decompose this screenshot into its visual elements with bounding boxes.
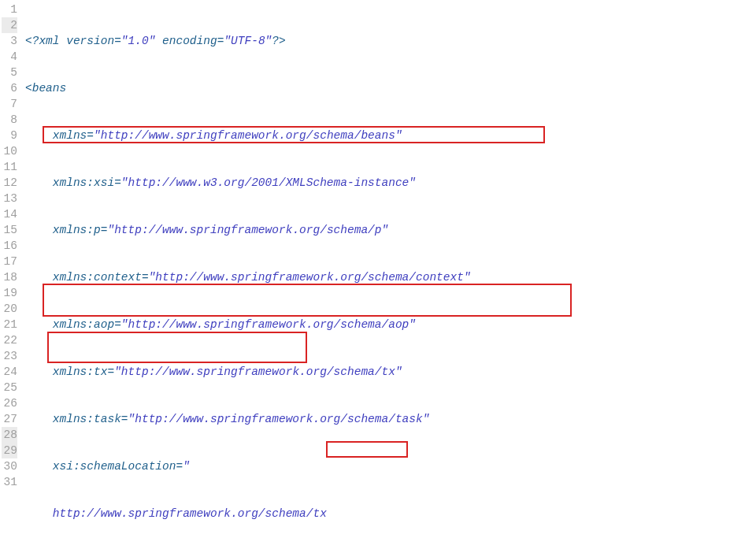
line-number: 22	[2, 332, 17, 348]
line-number: 15	[2, 222, 17, 238]
line-number: 10	[2, 143, 17, 159]
attr-name: xmlns:task=	[53, 413, 128, 425]
line-number: 24	[2, 364, 17, 380]
quote: "	[382, 224, 389, 236]
url: http://www.springframework.org/schema/co…	[155, 271, 464, 284]
quote: "	[94, 129, 101, 142]
code-line: <?xml version="1.0" encoding="UTF-8"?>	[25, 33, 756, 49]
line-number: 25	[2, 380, 17, 395]
code-line: xmlns:p="http://www.springframework.org/…	[25, 222, 756, 238]
line-number: 14	[2, 206, 17, 222]
line-number: 4	[2, 49, 17, 65]
quote: "	[409, 176, 416, 189]
line-number: 29	[2, 443, 17, 458]
url: http://www.springframework.org/schema/tx	[121, 365, 395, 378]
code-line: <beans	[25, 80, 756, 96]
line-number: 3	[2, 33, 17, 49]
line-number: 1	[2, 2, 17, 17]
url: http://www.springframework.org/schema/ta…	[135, 413, 422, 425]
attr-name: xmlns:p=	[53, 224, 108, 236]
url: http://www.springframework.org/schema/be…	[101, 129, 395, 142]
line-number: 17	[2, 254, 17, 269]
line-number: 8	[2, 112, 17, 128]
quote: "	[183, 460, 190, 473]
line-number: 16	[2, 238, 17, 254]
attr-name: xmlns:context=	[53, 271, 149, 284]
quote: "	[128, 413, 135, 425]
code-line: xsi:schemaLocation="	[25, 458, 756, 474]
quote: "	[423, 413, 430, 425]
code-content: <?xml version="1.0" encoding="UTF-8"?> <…	[22, 0, 756, 538]
attr-name: xsi:schemaLocation=	[53, 460, 183, 473]
url: http://www.w3.org/2001/XMLSchema-instanc…	[128, 176, 410, 189]
line-number: 30	[2, 458, 17, 474]
attr-name: encoding=	[155, 35, 224, 47]
line-number: 18	[2, 269, 17, 285]
code-editor: 1 2 3 4 5 6 7 8 9 10 11 12 13 14 15 16 1…	[0, 0, 756, 538]
quote: "	[114, 365, 121, 378]
quote: "	[107, 224, 114, 236]
line-number: 31	[2, 474, 17, 490]
line-number: 13	[2, 191, 17, 206]
url: http://www.springframework.org/schema/ao…	[128, 318, 410, 331]
highlight-box	[47, 332, 307, 363]
attr-name: xmlns:aop=	[53, 318, 121, 331]
quote: "	[395, 365, 402, 378]
line-number: 27	[2, 411, 17, 427]
code-line: xmlns:aop="http://www.springframework.or…	[25, 317, 756, 332]
line-number-gutter: 1 2 3 4 5 6 7 8 9 10 11 12 13 14 15 16 1…	[0, 0, 22, 538]
highlight-box	[43, 284, 572, 317]
line-number: 9	[2, 128, 17, 143]
line-number: 23	[2, 348, 17, 364]
line-number: 26	[2, 395, 17, 411]
line-number: 6	[2, 80, 17, 96]
url: http://www.springframework.org/schema/p	[114, 224, 381, 236]
line-number: 5	[2, 65, 17, 80]
highlight-box	[326, 441, 408, 458]
quote: "	[121, 176, 128, 189]
quote: "	[121, 318, 128, 331]
quote: "	[464, 271, 471, 284]
attr-value: "UTF-8"	[224, 35, 272, 47]
quote: "	[395, 129, 402, 142]
code-line: xmlns:xsi="http://www.w3.org/2001/XMLSch…	[25, 175, 756, 191]
line-number: 19	[2, 285, 17, 301]
line-number: 11	[2, 159, 17, 175]
xml-decl: <?xml	[25, 35, 66, 47]
line-number: 21	[2, 317, 17, 332]
code-line: xmlns="http://www.springframework.org/sc…	[25, 128, 756, 143]
attr-name: xmlns:tx=	[53, 365, 114, 378]
attr-value: "1.0"	[121, 35, 156, 47]
tag-open: <beans	[25, 82, 66, 95]
attr-name: xmlns=	[53, 129, 94, 142]
line-number: 28	[2, 427, 17, 443]
attr-name: xmlns:xsi=	[53, 176, 121, 189]
attr-name: version=	[66, 35, 121, 47]
line-number: 7	[2, 96, 17, 112]
line-number: 20	[2, 301, 17, 317]
quote: "	[409, 318, 416, 331]
code-line: http://www.springframework.org/schema/tx	[25, 506, 756, 521]
xml-decl-end: ?>	[272, 35, 285, 47]
line-number: 12	[2, 175, 17, 191]
line-number: 2	[2, 17, 17, 33]
code-line: xmlns:tx="http://www.springframework.org…	[25, 364, 756, 380]
code-line: xmlns:context="http://www.springframewor…	[25, 269, 756, 285]
url: http://www.springframework.org/schema/tx	[53, 507, 327, 520]
code-line: xmlns:task="http://www.springframework.o…	[25, 411, 756, 427]
